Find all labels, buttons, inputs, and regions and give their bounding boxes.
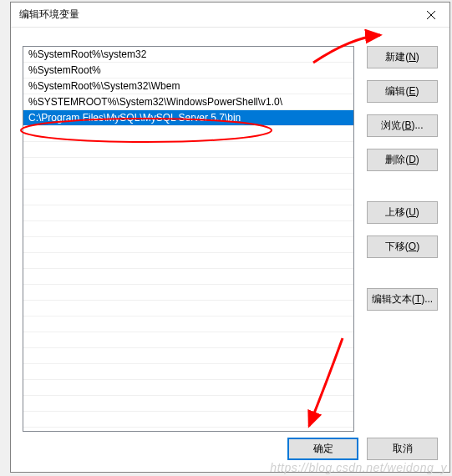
new-button[interactable]: 新建(N) bbox=[367, 46, 438, 68]
list-item-empty[interactable] bbox=[23, 412, 353, 428]
list-item-empty[interactable] bbox=[23, 285, 353, 301]
delete-button[interactable]: 删除(D) bbox=[367, 149, 438, 171]
move-up-button[interactable]: 上移(U) bbox=[367, 201, 438, 224]
list-item-empty[interactable] bbox=[23, 221, 353, 237]
edit-button[interactable]: 编辑(E) bbox=[367, 80, 438, 103]
path-listbox[interactable]: %SystemRoot%\system32%SystemRoot%%System… bbox=[23, 46, 354, 432]
list-item-empty[interactable] bbox=[23, 205, 353, 221]
side-button-column: 新建(N) 编辑(E) 浏览(B)... 删除(D) 上移(U) 下移(O) 编… bbox=[367, 46, 438, 322]
list-item-empty[interactable] bbox=[23, 253, 353, 269]
list-item-empty[interactable] bbox=[23, 126, 353, 142]
close-button[interactable] bbox=[414, 3, 448, 27]
list-item-empty[interactable] bbox=[23, 237, 353, 253]
list-item-empty[interactable] bbox=[23, 380, 353, 396]
list-item-empty[interactable] bbox=[23, 142, 353, 158]
list-item[interactable]: %SystemRoot%\system32 bbox=[23, 47, 353, 63]
bottom-button-row: 确定 取消 bbox=[287, 438, 438, 460]
list-item-empty[interactable] bbox=[23, 348, 353, 364]
list-item-empty[interactable] bbox=[23, 364, 353, 380]
list-item[interactable]: %SystemRoot%\System32\Wbem bbox=[23, 78, 353, 94]
move-down-button[interactable]: 下移(O) bbox=[367, 235, 438, 258]
dialog-window: 编辑环境变量 %SystemRoot%\system32%SystemRoot%… bbox=[10, 2, 450, 473]
list-item[interactable]: C:\Program Files\MySQL\MySQL Server 5.7\… bbox=[23, 110, 353, 126]
list-item-empty[interactable] bbox=[23, 301, 353, 316]
list-item[interactable]: %SystemRoot% bbox=[23, 63, 353, 78]
list-item-empty[interactable] bbox=[23, 269, 353, 285]
close-icon bbox=[427, 11, 435, 19]
edit-text-button[interactable]: 编辑文本(T)... bbox=[367, 288, 438, 311]
cancel-button[interactable]: 取消 bbox=[367, 438, 438, 460]
browse-button[interactable]: 浏览(B)... bbox=[367, 114, 438, 137]
list-item-empty[interactable] bbox=[23, 332, 353, 348]
list-item-empty[interactable] bbox=[23, 158, 353, 174]
dialog-content: %SystemRoot%\system32%SystemRoot%%System… bbox=[11, 28, 449, 472]
list-item[interactable]: %SYSTEMROOT%\System32\WindowsPowerShell\… bbox=[23, 94, 353, 110]
ok-button[interactable]: 确定 bbox=[287, 438, 358, 460]
titlebar: 编辑环境变量 bbox=[11, 3, 449, 28]
list-item-empty[interactable] bbox=[23, 396, 353, 412]
list-item-empty[interactable] bbox=[23, 174, 353, 190]
window-title: 编辑环境变量 bbox=[19, 8, 79, 22]
list-item-empty[interactable] bbox=[23, 316, 353, 332]
list-item-empty[interactable] bbox=[23, 190, 353, 205]
